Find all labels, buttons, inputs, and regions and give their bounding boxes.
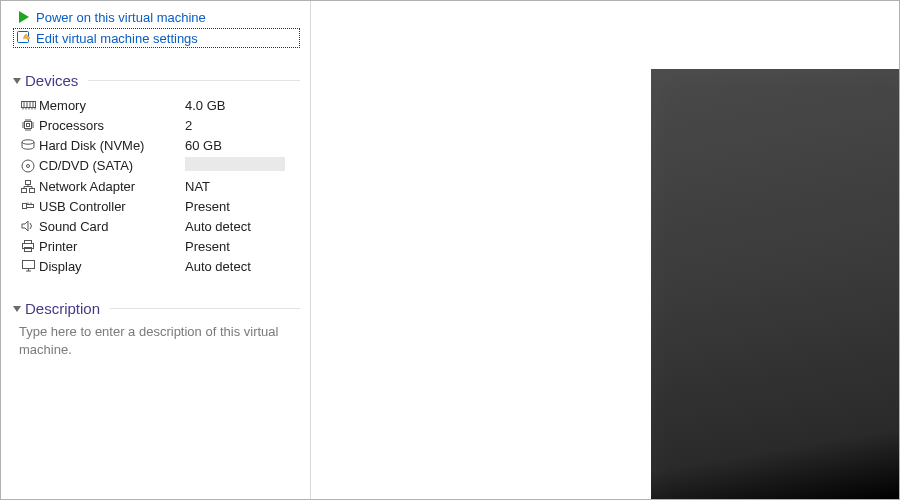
svg-rect-35	[23, 204, 27, 209]
device-label: Network Adapter	[37, 179, 185, 194]
power-on-link[interactable]: Power on this virtual machine	[13, 7, 300, 27]
disc-icon	[19, 158, 37, 174]
description-input[interactable]: Type here to enter a description of this…	[13, 323, 300, 358]
device-network[interactable]: Network Adapter NAT	[13, 176, 300, 196]
device-label: USB Controller	[37, 199, 185, 214]
devices-header[interactable]: Devices	[13, 72, 300, 89]
power-on-label: Power on this virtual machine	[36, 10, 206, 25]
device-value: 4.0 GB	[185, 98, 225, 113]
device-label: Printer	[37, 239, 185, 254]
devices-section: Devices Memory 4.0 GB Processors 2	[13, 72, 300, 276]
play-icon	[16, 9, 32, 25]
device-label: CD/DVD (SATA)	[37, 158, 185, 173]
device-processors[interactable]: Processors 2	[13, 115, 300, 135]
svg-rect-29	[22, 188, 27, 192]
harddisk-icon	[19, 137, 37, 153]
devices-title: Devices	[25, 72, 78, 89]
usb-icon	[19, 198, 37, 214]
device-sound[interactable]: Sound Card Auto detect	[13, 216, 300, 236]
device-printer[interactable]: Printer Present	[13, 236, 300, 256]
svg-rect-36	[27, 205, 34, 208]
device-display[interactable]: Display Auto detect	[13, 256, 300, 276]
device-value-redacted	[185, 157, 285, 174]
device-value: 60 GB	[185, 138, 222, 153]
device-label: Processors	[37, 118, 185, 133]
device-usb[interactable]: USB Controller Present	[13, 196, 300, 216]
description-header[interactable]: Description	[13, 300, 300, 317]
device-value: 2	[185, 118, 192, 133]
device-value: Present	[185, 239, 230, 254]
device-label: Display	[37, 259, 185, 274]
device-label: Hard Disk (NVMe)	[37, 138, 185, 153]
display-icon	[19, 258, 37, 274]
printer-icon	[19, 238, 37, 254]
svg-point-26	[22, 160, 34, 172]
device-memory[interactable]: Memory 4.0 GB	[13, 95, 300, 115]
sound-icon	[19, 218, 37, 234]
preview-area	[311, 1, 899, 499]
description-section: Description Type here to enter a descrip…	[13, 300, 300, 358]
description-title: Description	[25, 300, 100, 317]
svg-rect-11	[25, 122, 32, 129]
cpu-icon	[19, 117, 37, 133]
device-value: Present	[185, 199, 230, 214]
device-harddisk[interactable]: Hard Disk (NVMe) 60 GB	[13, 135, 300, 155]
network-icon	[19, 178, 37, 194]
svg-rect-12	[27, 124, 30, 127]
device-cddvd[interactable]: CD/DVD (SATA)	[13, 155, 300, 176]
svg-rect-30	[30, 188, 35, 192]
device-value: Auto detect	[185, 259, 251, 274]
edit-settings-label: Edit virtual machine settings	[36, 31, 198, 46]
svg-rect-42	[22, 261, 34, 269]
device-value: Auto detect	[185, 219, 251, 234]
caret-down-icon	[13, 306, 21, 312]
device-label: Sound Card	[37, 219, 185, 234]
svg-point-27	[27, 164, 30, 167]
memory-icon	[19, 97, 37, 113]
caret-down-icon	[13, 78, 21, 84]
svg-point-25	[22, 140, 34, 144]
device-label: Memory	[37, 98, 185, 113]
edit-settings-icon	[16, 30, 32, 46]
svg-rect-28	[26, 180, 31, 184]
vm-screen-preview[interactable]	[651, 69, 899, 499]
edit-settings-link[interactable]: Edit virtual machine settings	[13, 28, 300, 48]
device-value: NAT	[185, 179, 210, 194]
summary-panel: Power on this virtual machine Edit virtu…	[1, 1, 311, 499]
